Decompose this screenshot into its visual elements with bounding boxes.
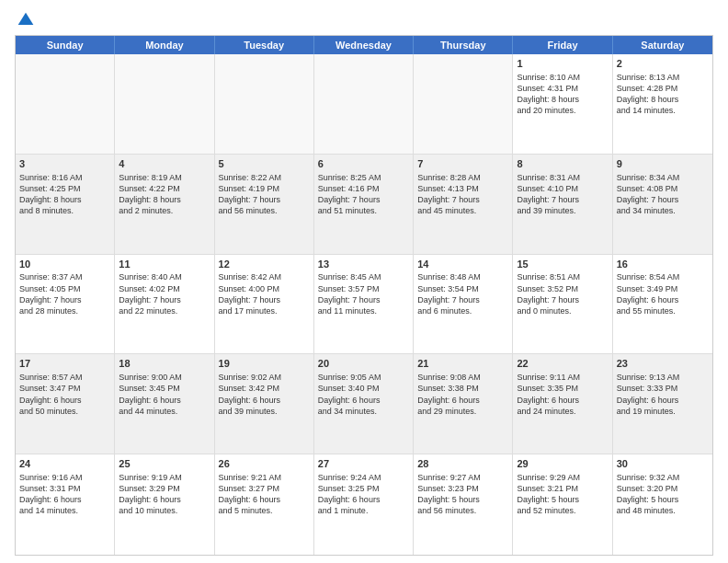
day-number: 24 [19,457,110,471]
header [15,11,713,29]
day-info: Sunrise: 8:10 AM Sunset: 4:31 PM Dayligh… [517,72,608,117]
day-number: 3 [19,157,110,171]
day-info: Sunrise: 9:13 AM Sunset: 3:33 PM Dayligh… [617,372,709,417]
calendar-cell: 24Sunrise: 9:16 AM Sunset: 3:31 PM Dayli… [16,454,115,555]
day-number: 1 [517,57,608,71]
calendar-header: SundayMondayTuesdayWednesdayThursdayFrid… [16,36,712,54]
day-info: Sunrise: 9:11 AM Sunset: 3:35 PM Dayligh… [517,372,608,417]
logo-icon [17,11,35,29]
calendar-cell: 1Sunrise: 8:10 AM Sunset: 4:31 PM Daylig… [513,54,612,154]
day-number: 29 [517,457,608,471]
day-number: 10 [19,258,110,271]
calendar-cell: 7Sunrise: 8:28 AM Sunset: 4:13 PM Daylig… [414,155,513,254]
header-day-monday: Monday [115,36,214,54]
calendar-cell: 16Sunrise: 8:54 AM Sunset: 3:49 PM Dayli… [613,255,712,354]
day-info: Sunrise: 8:54 AM Sunset: 3:49 PM Dayligh… [617,271,709,316]
calendar-cell: 3Sunrise: 8:16 AM Sunset: 4:25 PM Daylig… [16,155,115,254]
day-number: 30 [617,457,709,471]
header-day-friday: Friday [513,36,612,54]
calendar-cell: 10Sunrise: 8:37 AM Sunset: 4:05 PM Dayli… [16,255,115,354]
calendar-cell: 14Sunrise: 8:48 AM Sunset: 3:54 PM Dayli… [414,255,513,354]
day-info: Sunrise: 9:24 AM Sunset: 3:25 PM Dayligh… [318,472,409,517]
calendar-cell: 26Sunrise: 9:21 AM Sunset: 3:27 PM Dayli… [215,454,314,555]
day-info: Sunrise: 8:28 AM Sunset: 4:13 PM Dayligh… [417,172,508,217]
day-number: 9 [617,157,709,171]
page: SundayMondayTuesdayWednesdayThursdayFrid… [0,0,728,563]
calendar-cell: 11Sunrise: 8:40 AM Sunset: 4:02 PM Dayli… [115,255,214,354]
day-info: Sunrise: 8:57 AM Sunset: 3:47 PM Dayligh… [19,372,110,417]
day-number: 17 [19,357,110,371]
day-number: 5 [219,157,310,171]
day-number: 4 [119,157,210,171]
calendar-cell: 6Sunrise: 8:25 AM Sunset: 4:16 PM Daylig… [314,155,414,254]
day-number: 28 [417,457,508,471]
calendar-cell: 29Sunrise: 9:29 AM Sunset: 3:21 PM Dayli… [513,454,612,555]
day-number: 22 [517,357,608,371]
calendar-cell: 15Sunrise: 8:51 AM Sunset: 3:52 PM Dayli… [513,255,612,354]
day-number: 23 [617,357,709,371]
day-info: Sunrise: 9:19 AM Sunset: 3:29 PM Dayligh… [119,472,210,517]
day-number: 18 [119,357,210,371]
calendar-cell: 23Sunrise: 9:13 AM Sunset: 3:33 PM Dayli… [613,354,712,454]
day-number: 8 [517,157,608,171]
day-number: 21 [417,357,508,371]
header-day-saturday: Saturday [613,36,712,54]
calendar-cell: 27Sunrise: 9:24 AM Sunset: 3:25 PM Dayli… [314,454,414,555]
day-number: 14 [417,258,508,271]
calendar-row: 3Sunrise: 8:16 AM Sunset: 4:25 PM Daylig… [16,155,712,255]
day-number: 12 [219,258,310,271]
day-number: 25 [119,457,210,471]
calendar-cell [16,54,115,154]
day-info: Sunrise: 8:31 AM Sunset: 4:10 PM Dayligh… [517,172,608,217]
day-number: 20 [318,357,409,371]
calendar-cell [215,54,314,154]
day-info: Sunrise: 9:32 AM Sunset: 3:20 PM Dayligh… [617,472,709,517]
day-number: 11 [119,258,210,271]
day-number: 13 [318,258,409,271]
day-info: Sunrise: 8:51 AM Sunset: 3:52 PM Dayligh… [517,271,608,316]
day-info: Sunrise: 9:02 AM Sunset: 3:42 PM Dayligh… [219,372,310,417]
calendar-row: 24Sunrise: 9:16 AM Sunset: 3:31 PM Dayli… [16,454,712,555]
day-number: 6 [318,157,409,171]
day-number: 16 [617,258,709,271]
calendar-row: 10Sunrise: 8:37 AM Sunset: 4:05 PM Dayli… [16,255,712,355]
svg-marker-0 [18,13,34,25]
calendar-cell: 12Sunrise: 8:42 AM Sunset: 4:00 PM Dayli… [215,255,314,354]
day-info: Sunrise: 9:05 AM Sunset: 3:40 PM Dayligh… [318,372,409,417]
calendar-cell: 4Sunrise: 8:19 AM Sunset: 4:22 PM Daylig… [115,155,214,254]
day-info: Sunrise: 8:13 AM Sunset: 4:28 PM Dayligh… [617,72,709,117]
calendar-cell: 13Sunrise: 8:45 AM Sunset: 3:57 PM Dayli… [314,255,414,354]
calendar-cell: 20Sunrise: 9:05 AM Sunset: 3:40 PM Dayli… [314,354,414,454]
calendar-cell: 8Sunrise: 8:31 AM Sunset: 4:10 PM Daylig… [513,155,612,254]
calendar: SundayMondayTuesdayWednesdayThursdayFrid… [15,35,713,556]
calendar-cell: 21Sunrise: 9:08 AM Sunset: 3:38 PM Dayli… [414,354,513,454]
day-info: Sunrise: 9:00 AM Sunset: 3:45 PM Dayligh… [119,372,210,417]
header-day-thursday: Thursday [414,36,513,54]
day-info: Sunrise: 9:29 AM Sunset: 3:21 PM Dayligh… [517,472,608,517]
day-number: 7 [417,157,508,171]
day-number: 26 [219,457,310,471]
day-info: Sunrise: 8:48 AM Sunset: 3:54 PM Dayligh… [417,271,508,316]
calendar-cell: 2Sunrise: 8:13 AM Sunset: 4:28 PM Daylig… [613,54,712,154]
calendar-cell: 25Sunrise: 9:19 AM Sunset: 3:29 PM Dayli… [115,454,214,555]
day-info: Sunrise: 9:21 AM Sunset: 3:27 PM Dayligh… [219,472,310,517]
calendar-cell: 30Sunrise: 9:32 AM Sunset: 3:20 PM Dayli… [613,454,712,555]
day-info: Sunrise: 8:45 AM Sunset: 3:57 PM Dayligh… [318,271,409,316]
day-number: 2 [617,57,709,71]
day-info: Sunrise: 8:16 AM Sunset: 4:25 PM Dayligh… [19,172,110,217]
day-number: 15 [517,258,608,271]
logo [15,11,35,29]
header-day-wednesday: Wednesday [314,36,414,54]
calendar-cell: 18Sunrise: 9:00 AM Sunset: 3:45 PM Dayli… [115,354,214,454]
day-info: Sunrise: 8:19 AM Sunset: 4:22 PM Dayligh… [119,172,210,217]
day-info: Sunrise: 8:37 AM Sunset: 4:05 PM Dayligh… [19,271,110,316]
calendar-cell [414,54,513,154]
calendar-row: 17Sunrise: 8:57 AM Sunset: 3:47 PM Dayli… [16,354,712,454]
day-info: Sunrise: 9:27 AM Sunset: 3:23 PM Dayligh… [417,472,508,517]
calendar-row: 1Sunrise: 8:10 AM Sunset: 4:31 PM Daylig… [16,54,712,155]
day-info: Sunrise: 8:22 AM Sunset: 4:19 PM Dayligh… [219,172,310,217]
calendar-cell [314,54,414,154]
day-info: Sunrise: 8:25 AM Sunset: 4:16 PM Dayligh… [318,172,409,217]
day-info: Sunrise: 9:16 AM Sunset: 3:31 PM Dayligh… [19,472,110,517]
day-info: Sunrise: 8:40 AM Sunset: 4:02 PM Dayligh… [119,271,210,316]
